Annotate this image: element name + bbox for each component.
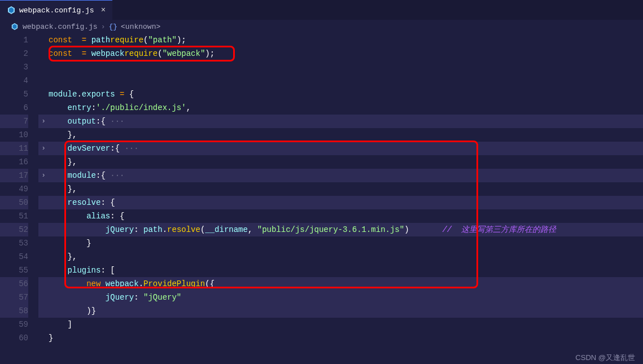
code-line[interactable]: jQuery: path.resolve(__dirname, "public/… — [49, 223, 643, 236]
watermark: CSDN @又逢乱世 — [575, 352, 635, 364]
chevron-right-icon: › — [101, 23, 106, 31]
editor: 123456710111617495051525354555657585960 … — [0, 33, 643, 352]
code-line[interactable] — [49, 60, 643, 74]
fold-toggle — [38, 236, 49, 250]
code-line[interactable]: }, — [49, 250, 643, 264]
code-line[interactable]: entry:'./public/index.js', — [49, 101, 643, 115]
line-number: 3 — [0, 60, 28, 74]
line-number: 4 — [0, 74, 28, 87]
line-number: 1 — [0, 33, 28, 47]
fold-toggle — [38, 87, 49, 101]
line-number-gutter: 123456710111617495051525354555657585960 — [0, 33, 38, 352]
breadcrumb-file: webpack.config.js — [23, 23, 98, 31]
code-line[interactable]: const = webpackrequire("webpack"); — [49, 47, 643, 60]
breadcrumbs[interactable]: webpack.config.js › {} <unknown> — [0, 20, 643, 33]
fold-toggle — [38, 291, 49, 304]
js-file-icon — [10, 22, 19, 31]
line-number: 5 — [0, 87, 28, 101]
code-line[interactable]: }, — [49, 182, 643, 196]
line-number: 50 — [0, 196, 28, 209]
line-number: 52 — [0, 223, 28, 236]
code-line[interactable]: ] — [49, 318, 643, 331]
line-number: 17 — [0, 169, 28, 182]
fold-gutter: ››› — [38, 33, 49, 352]
code-line[interactable]: devServer:{ ··· — [49, 142, 643, 155]
fold-toggle — [38, 101, 49, 115]
line-number: 53 — [0, 236, 28, 250]
close-icon[interactable]: × — [101, 6, 106, 15]
code-line[interactable]: }, — [49, 155, 643, 169]
fold-toggle — [38, 128, 49, 142]
line-number: 54 — [0, 250, 28, 264]
code-line[interactable]: } — [49, 331, 643, 345]
code-line[interactable]: new webpack.ProvidePlugin({ — [49, 277, 643, 291]
tab-bar: webpack.config.js × — [0, 0, 643, 20]
code-line[interactable]: module.exports = { — [49, 87, 643, 101]
line-number: 59 — [0, 318, 28, 331]
breadcrumb-symbol: <unknown> — [121, 23, 160, 31]
fold-toggle — [38, 60, 49, 74]
line-number: 55 — [0, 264, 28, 277]
fold-toggle — [38, 182, 49, 196]
line-number: 49 — [0, 182, 28, 196]
code-line[interactable]: )} — [49, 304, 643, 318]
fold-toggle — [38, 196, 49, 209]
fold-toggle[interactable]: › — [38, 115, 49, 128]
code-line[interactable]: jQuery: "jQuery" — [49, 291, 643, 304]
fold-toggle[interactable]: › — [38, 169, 49, 182]
line-number: 10 — [0, 128, 28, 142]
code-line[interactable]: } — [49, 236, 643, 250]
line-number: 57 — [0, 291, 28, 304]
code-line[interactable]: alias: { — [49, 209, 643, 223]
code-line[interactable]: }, — [49, 128, 643, 142]
fold-toggle — [38, 304, 49, 318]
code-line[interactable] — [49, 74, 643, 87]
code-line[interactable]: module:{ ··· — [49, 169, 643, 182]
line-number: 60 — [0, 331, 28, 345]
code-area[interactable]: const = pathrequire("path");const = webp… — [49, 33, 643, 352]
line-number: 2 — [0, 47, 28, 60]
fold-toggle — [38, 209, 49, 223]
fold-toggle — [38, 331, 49, 345]
fold-toggle — [38, 47, 49, 60]
line-number: 51 — [0, 209, 28, 223]
tab-webpack-config[interactable]: webpack.config.js × — [0, 0, 112, 20]
fold-toggle — [38, 155, 49, 169]
line-number: 11 — [0, 142, 28, 155]
fold-toggle — [38, 74, 49, 87]
line-number: 58 — [0, 304, 28, 318]
fold-toggle[interactable]: › — [38, 142, 49, 155]
fold-toggle — [38, 250, 49, 264]
fold-toggle — [38, 264, 49, 277]
line-number: 56 — [0, 277, 28, 291]
fold-toggle — [38, 277, 49, 291]
line-number: 7 — [0, 115, 28, 128]
tab-label: webpack.config.js — [19, 6, 94, 15]
code-line[interactable]: const = pathrequire("path"); — [49, 33, 643, 47]
line-number: 16 — [0, 155, 28, 169]
code-line[interactable]: resolve: { — [49, 196, 643, 209]
fold-toggle — [38, 318, 49, 331]
line-number: 6 — [0, 101, 28, 115]
symbol-icon: {} — [108, 23, 117, 31]
code-line[interactable]: output:{ ··· — [49, 115, 643, 128]
code-line[interactable]: plugins: [ — [49, 264, 643, 277]
fold-toggle — [38, 223, 49, 236]
js-file-icon — [7, 6, 16, 15]
fold-toggle — [38, 33, 49, 47]
